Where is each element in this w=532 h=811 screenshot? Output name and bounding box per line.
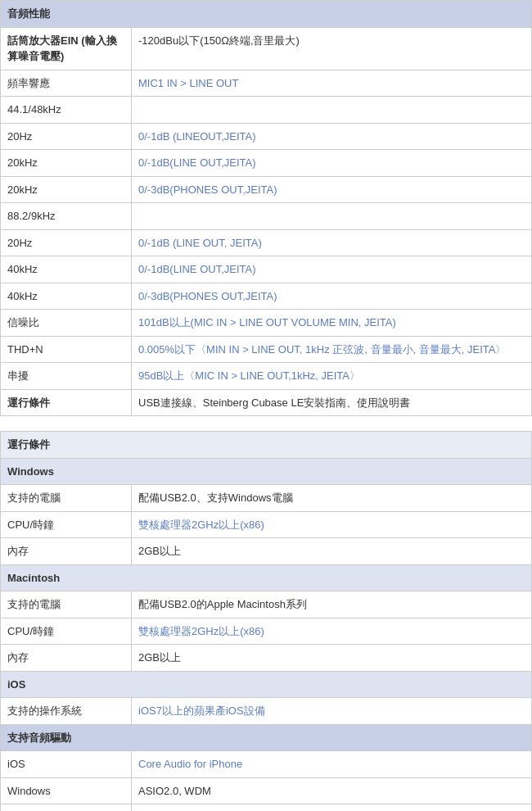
table-row: THD+N0.005%以下〈MIN IN > LINE OUT, 1kHz 正弦… (1, 336, 532, 363)
table-row: 頻率響應MIC1 IN > LINE OUT (1, 70, 532, 97)
row-value: ASIO2.0, WDM (132, 777, 532, 804)
table-row: 20kHz0/-3dB(PHONES OUT,JEITA) (1, 176, 532, 203)
row-value: 95dB以上〈MIC IN > LINE OUT,1kHz, JEITA〉 (132, 363, 532, 390)
table-row: iOS (1, 671, 532, 698)
row-label: 88.2/9kHz (1, 203, 132, 230)
os-header: Windows (1, 458, 532, 485)
row-label: THD+N (1, 336, 132, 363)
table-row: 串擾95dB以上〈MIC IN > LINE OUT,1kHz, JEITA〉 (1, 363, 532, 390)
row-value: 0/-1dB (LINEOUT,JEITA) (132, 123, 532, 150)
row-label: Windows (1, 777, 132, 804)
row-label: 20kHz (1, 150, 132, 177)
row-label: 內存 (1, 645, 132, 672)
table-row: 運行條件USB連接線、Steinberg Cubase LE安裝指南、使用說明書 (1, 389, 532, 416)
row-label: 運行條件 (1, 389, 132, 416)
table-row: 20kHz0/-1dB(LINE OUT,JEITA) (1, 150, 532, 177)
table-row: 音頻性能 (1, 1, 532, 28)
table-row: iOSCore Audio for iPhone (1, 751, 532, 778)
row-value: -120dBu以下(150Ω終端,音里最大) (132, 27, 532, 70)
row-value: 配備USB2.0、支持Windows電腦 (132, 485, 532, 512)
row-label: 20kHz (1, 176, 132, 203)
table-row: 支持的操作系統iOS7以上的蘋果產iOS設備 (1, 698, 532, 725)
row-label: Macintosh/ iOS (1, 804, 132, 812)
row-label: 40kHz (1, 256, 132, 283)
row-value (132, 203, 532, 230)
table-row: WindowsASIO2.0, WDM (1, 777, 532, 804)
table-row: 運行條件 (1, 432, 532, 459)
table-row: CPU/時鐘雙核處理器2GHz以上(x86) (1, 511, 532, 538)
row-value: Core Audio for iPhone (132, 751, 532, 778)
section-header: 音頻性能 (1, 1, 532, 28)
row-label: 內存 (1, 538, 132, 565)
table-row: 44.1/48kHz (1, 97, 532, 124)
row-value: MIC1 IN > LINE OUT (132, 70, 532, 97)
row-label: iOS (1, 751, 132, 778)
table-row: 40kHz0/-3dB(PHONES OUT,JEITA) (1, 283, 532, 310)
row-value: Core Audio (132, 804, 532, 812)
table-row: 話筒放大器EIN (輸入換算噪音電壓)-120dBu以下(150Ω終端,音里最大… (1, 27, 532, 70)
row-label: 支持的操作系統 (1, 698, 132, 725)
table-row: 支持音頻驅動 (1, 724, 532, 751)
row-label: 串擾 (1, 363, 132, 390)
row-label: CPU/時鐘 (1, 511, 132, 538)
table-row: 支持的電腦配備USB2.0的Apple Macintosh系列 (1, 591, 532, 618)
row-value: 101dB以上(MIC IN > LINE OUT VOLUME MIN, JE… (132, 310, 532, 337)
row-label: 支持的電腦 (1, 591, 132, 618)
table-row: 88.2/9kHz (1, 203, 532, 230)
row-label: 44.1/48kHz (1, 97, 132, 124)
operating-conditions-table: 運行條件Windows支持的電腦配備USB2.0、支持Windows電腦CPU/… (0, 431, 532, 811)
row-value: 2GB以上 (132, 645, 532, 672)
row-label: 信噪比 (1, 310, 132, 337)
table-row: 20Hz0/-1dB (LINE OUT, JEITA) (1, 229, 532, 256)
table-row: Macintosh/ iOSCore Audio (1, 804, 532, 812)
row-value: 雙核處理器2GHz以上(x86) (132, 511, 532, 538)
section-title: 運行條件 (1, 432, 532, 459)
row-value: 0/-1dB (LINE OUT, JEITA) (132, 229, 532, 256)
table-row: 40kHz0/-1dB(LINE OUT,JEITA) (1, 256, 532, 283)
row-value: 0/-1dB(LINE OUT,JEITA) (132, 256, 532, 283)
row-value (132, 97, 532, 124)
row-label: 40kHz (1, 283, 132, 310)
table-row: Windows (1, 458, 532, 485)
table-row: 信噪比101dB以上(MIC IN > LINE OUT VOLUME MIN,… (1, 310, 532, 337)
table-row: 內存2GB以上 (1, 538, 532, 565)
table-row: 支持的電腦配備USB2.0、支持Windows電腦 (1, 485, 532, 512)
row-label: 20Hz (1, 123, 132, 150)
row-value: 0/-3dB(PHONES OUT,JEITA) (132, 283, 532, 310)
row-value: 2GB以上 (132, 538, 532, 565)
table-row: Macintosh (1, 564, 532, 591)
row-value: iOS7以上的蘋果產iOS設備 (132, 698, 532, 725)
table-row: 20Hz0/-1dB (LINEOUT,JEITA) (1, 123, 532, 150)
row-value: 配備USB2.0的Apple Macintosh系列 (132, 591, 532, 618)
row-value: USB連接線、Steinberg Cubase LE安裝指南、使用說明書 (132, 389, 532, 416)
audio-performance-table: 音頻性能話筒放大器EIN (輸入換算噪音電壓)-120dBu以下(150Ω終端,… (0, 0, 532, 416)
os-header: iOS (1, 671, 532, 698)
row-label: 20Hz (1, 229, 132, 256)
row-label: CPU/時鐘 (1, 618, 132, 645)
row-label: 頻率響應 (1, 70, 132, 97)
row-label: 支持的電腦 (1, 485, 132, 512)
row-label: 話筒放大器EIN (輸入換算噪音電壓) (1, 27, 132, 70)
row-value: 0/-1dB(LINE OUT,JEITA) (132, 150, 532, 177)
row-value: 0/-3dB(PHONES OUT,JEITA) (132, 176, 532, 203)
row-value: 0.005%以下〈MIN IN > LINE OUT, 1kHz 正弦波, 音量… (132, 336, 532, 363)
table-row: 內存2GB以上 (1, 645, 532, 672)
table-row: CPU/時鐘雙核處理器2GHz以上(x86) (1, 618, 532, 645)
os-header: Macintosh (1, 564, 532, 591)
row-value: 雙核處理器2GHz以上(x86) (132, 618, 532, 645)
os-header2: 支持音頻驅動 (1, 724, 532, 751)
